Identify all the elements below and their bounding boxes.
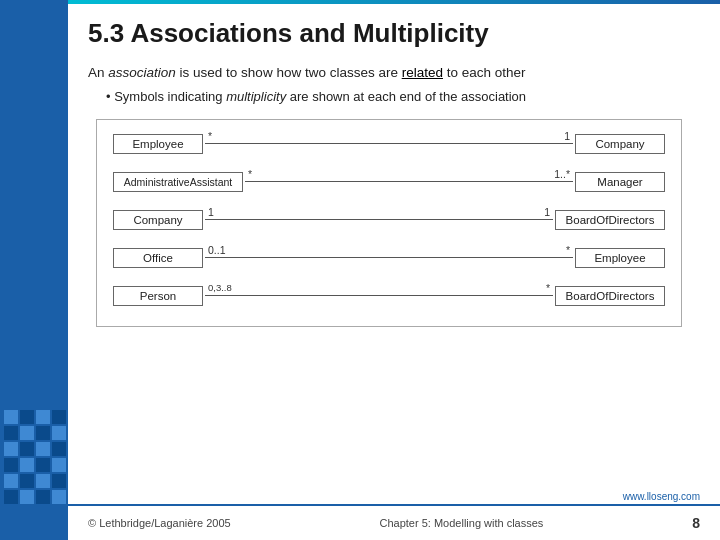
uml-box-company-2: Company (113, 210, 203, 230)
uml-box-employee-2: Employee (575, 248, 665, 268)
footer-page-number: 8 (692, 515, 700, 531)
uml-line-2: * 1..* (245, 166, 573, 198)
intro-text-2: is used to show how two classes are (180, 65, 402, 80)
mult-left-1: * (208, 130, 212, 142)
uml-box-manager: Manager (575, 172, 665, 192)
uml-line-5: 0,3..8 * (205, 280, 553, 312)
mult-left-3: 1 (208, 206, 214, 218)
uml-row-2: AdministrativeAssistant * 1..* Manager (113, 166, 665, 198)
uml-row-4: Office 0..1 * Employee (113, 242, 665, 274)
footer-chapter: Chapter 5: Modelling with classes (380, 517, 544, 529)
bullet-suffix: are shown at each end of the association (286, 89, 526, 104)
mult-right-5: * (546, 282, 550, 294)
mult-right-4: * (566, 244, 570, 256)
footer: © Lethbridge/Laganière 2005 Chapter 5: M… (68, 504, 720, 540)
mult-left-4: 0..1 (208, 244, 226, 256)
intro-paragraph: An association is used to show how two c… (88, 63, 690, 83)
uml-box-employee-1: Employee (113, 134, 203, 154)
uml-box-company-1: Company (575, 134, 665, 154)
uml-box-bod-2: BoardOfDirectors (555, 286, 665, 306)
bullet-italic: multiplicity (226, 89, 286, 104)
left-sidebar (0, 0, 68, 540)
uml-row-5: Person 0,3..8 * BoardOfDirectors (113, 280, 665, 312)
uml-diagram: Employee * 1 Company AdministrativeAssis… (96, 119, 682, 327)
uml-box-office: Office (113, 248, 203, 268)
mult-right-1: 1 (564, 130, 570, 142)
mult-right-2: 1..* (554, 168, 570, 180)
bullet-paragraph: • Symbols indicating multiplicity are sh… (106, 87, 690, 107)
related-link[interactable]: related (402, 65, 443, 80)
main-content: 5.3 Associations and Multiplicity An ass… (68, 0, 720, 540)
uml-line-3: 1 1 (205, 204, 553, 236)
mult-left-2: * (248, 168, 252, 180)
mult-right-3: 1 (544, 206, 550, 218)
bullet-prefix: • Symbols indicating (106, 89, 226, 104)
uml-box-bod-1: BoardOfDirectors (555, 210, 665, 230)
uml-box-person: Person (113, 286, 203, 306)
uml-row-1: Employee * 1 Company (113, 128, 665, 160)
sidebar-pattern (4, 410, 64, 530)
page-title: 5.3 Associations and Multiplicity (88, 18, 690, 49)
uml-row-3: Company 1 1 BoardOfDirectors (113, 204, 665, 236)
slide: 5.3 Associations and Multiplicity An ass… (0, 0, 720, 540)
uml-line-4: 0..1 * (205, 242, 573, 274)
intro-text-3: to each other (447, 65, 526, 80)
mult-left-5: 0,3..8 (208, 282, 232, 293)
footer-copyright: © Lethbridge/Laganière 2005 (88, 517, 231, 529)
uml-line-1: * 1 (205, 128, 573, 160)
uml-box-admin: AdministrativeAssistant (113, 172, 243, 192)
website-label: www.lloseng.com (623, 491, 700, 502)
intro-italic: association (108, 65, 176, 80)
